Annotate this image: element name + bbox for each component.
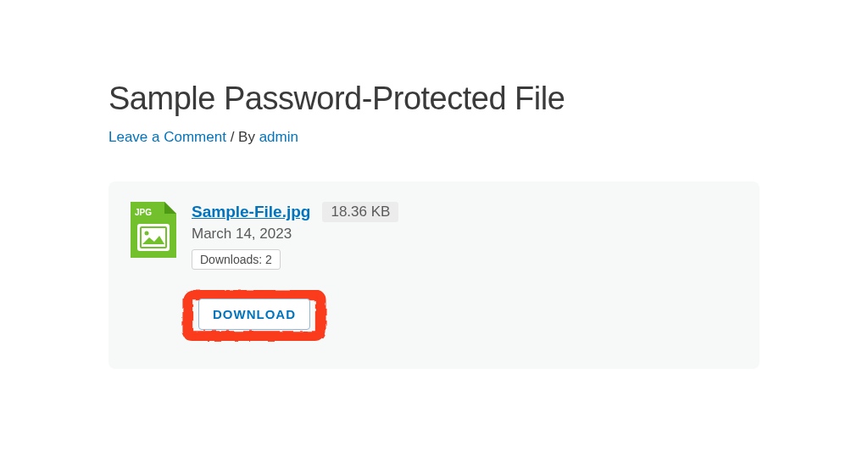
author-link[interactable]: admin [259, 129, 298, 145]
post-meta: Leave a Comment / By admin [108, 129, 760, 146]
page-title: Sample Password-Protected File [108, 81, 760, 117]
download-button[interactable]: DOWNLOAD [198, 298, 310, 330]
downloads-count-badge: Downloads: 2 [192, 249, 281, 270]
file-date: March 14, 2023 [192, 226, 737, 243]
leave-comment-link[interactable]: Leave a Comment [108, 129, 226, 145]
meta-separator: / By [226, 129, 259, 145]
file-card: JPG Sample-File.jpg 18.36 KB March 14, 2… [108, 181, 760, 369]
file-type-icon: JPG [131, 202, 176, 261]
svg-text:JPG: JPG [135, 208, 152, 217]
file-name-link[interactable]: Sample-File.jpg [192, 203, 310, 221]
svg-point-3 [145, 232, 149, 236]
file-size-badge: 18.36 KB [322, 202, 398, 222]
